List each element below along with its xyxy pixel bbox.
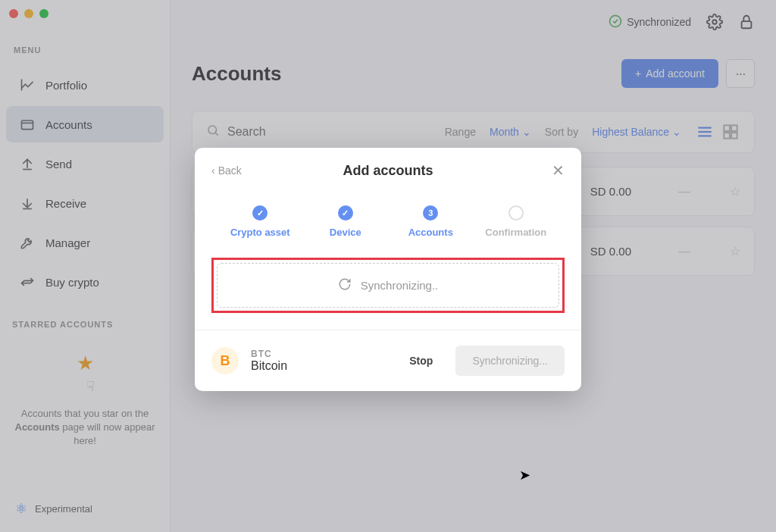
- add-accounts-modal: ‹ Back Add accounts ✕ ✓ Crypto asset ✓ D…: [195, 148, 581, 391]
- step-number-badge: 3: [423, 205, 438, 221]
- step-accounts: 3 Accounts: [388, 205, 474, 238]
- synchronizing-status: Synchronizing..: [217, 263, 559, 308]
- back-label: Back: [218, 164, 242, 177]
- coin-info: BTC Bitcoin: [251, 349, 386, 373]
- chevron-left-icon: ‹: [211, 164, 215, 177]
- modal-overlay: ‹ Back Add accounts ✕ ✓ Crypto asset ✓ D…: [0, 0, 776, 532]
- close-button[interactable]: ✕: [552, 161, 565, 180]
- coin-name: Bitcoin: [251, 359, 386, 373]
- modal-title: Add accounts: [343, 163, 433, 179]
- synchronizing-button: Synchronizing...: [455, 346, 565, 376]
- back-button[interactable]: ‹ Back: [211, 164, 242, 177]
- step-confirmation: Confirmation: [474, 205, 559, 238]
- coin-ticker: BTC: [251, 349, 386, 359]
- synchronizing-label: Synchronizing..: [361, 279, 439, 292]
- step-crypto-asset: ✓ Crypto asset: [217, 205, 303, 238]
- stepper: ✓ Crypto asset ✓ Device 3 Accounts Confi…: [195, 186, 581, 250]
- refresh-icon: [338, 277, 352, 293]
- check-icon: ✓: [252, 205, 268, 221]
- step-device: ✓ Device: [303, 205, 389, 238]
- step-dot-pending: [508, 205, 524, 221]
- check-icon: ✓: [338, 205, 353, 221]
- synchronizing-highlight-box: Synchronizing..: [211, 258, 565, 313]
- bitcoin-icon: B: [211, 347, 239, 374]
- modal-footer: B BTC Bitcoin Stop Synchronizing...: [195, 330, 581, 391]
- stop-button[interactable]: Stop: [399, 347, 443, 374]
